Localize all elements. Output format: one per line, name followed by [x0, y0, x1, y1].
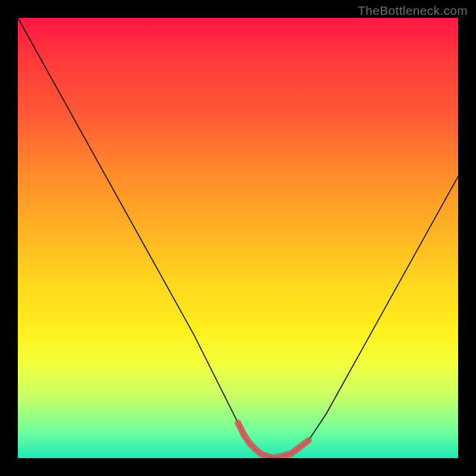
chart-frame: TheBottleneck.com: [0, 0, 476, 476]
bottleneck-curve: [18, 18, 458, 458]
chart-svg: [18, 18, 458, 458]
plot-area: [18, 18, 458, 458]
watermark-text: TheBottleneck.com: [358, 4, 468, 18]
optimal-band: [238, 423, 308, 458]
